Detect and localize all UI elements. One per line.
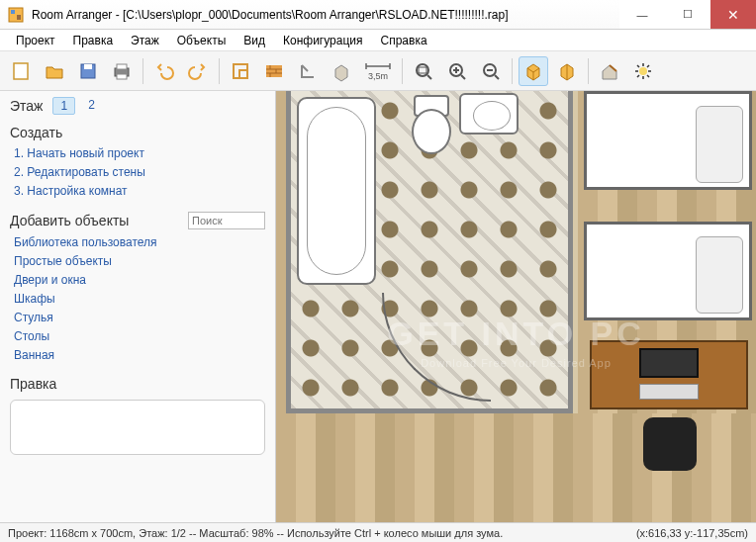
sink-object[interactable]	[459, 93, 519, 135]
add-objects-header: Добавить объекты	[0, 206, 275, 233]
objects-chairs[interactable]: Стулья	[14, 311, 267, 324]
room-button[interactable]	[226, 56, 255, 86]
light-button[interactable]	[628, 56, 658, 86]
window-buttons: — ☐ ✕	[619, 0, 756, 29]
toolbar-separator	[142, 58, 143, 84]
new-button[interactable]	[6, 56, 36, 86]
menu-view[interactable]: Вид	[236, 32, 273, 49]
home-button[interactable]	[595, 56, 624, 86]
floor-tabs: 1 2	[52, 97, 101, 115]
window-title: Room Arranger - [C:\Users\plopr_000\Docu…	[32, 8, 619, 22]
floor-tab-1[interactable]: 1	[52, 97, 75, 115]
open-button[interactable]	[40, 56, 69, 86]
app-icon	[8, 7, 24, 23]
create-new-project[interactable]: Начать новый проект	[14, 146, 267, 160]
zoom-in-button[interactable]	[442, 56, 472, 86]
bed-object[interactable]	[584, 222, 752, 320]
status-info: Проект: 1168cm x 700cm, Этаж: 1/2 -- Мас…	[8, 527, 503, 539]
print-button[interactable]	[107, 56, 137, 86]
box-button[interactable]	[327, 56, 356, 86]
wall-button[interactable]	[259, 56, 289, 86]
toolbar-separator	[219, 58, 220, 84]
save-button[interactable]	[73, 56, 103, 86]
menu-floor[interactable]: Этаж	[123, 32, 167, 49]
chair-object[interactable]	[643, 417, 697, 471]
design-canvas[interactable]: GET INTO PC Download Free Your Desired A…	[276, 91, 756, 522]
toolbar-separator	[588, 58, 589, 84]
toilet-object[interactable]	[410, 95, 449, 150]
svg-rect-10	[239, 70, 247, 78]
edit-panel	[10, 400, 265, 455]
svg-rect-3	[14, 63, 28, 79]
bed-object[interactable]	[584, 91, 752, 190]
floor-tab-2[interactable]: 2	[81, 97, 102, 115]
menu-objects[interactable]: Объекты	[169, 32, 235, 49]
measure-button[interactable]: 3,5m	[360, 56, 396, 86]
objects-list: Библиотека пользователя Простые объекты …	[14, 235, 267, 362]
status-coordinates: (x:616,33 y:-117,35cm)	[636, 527, 748, 539]
svg-rect-13	[419, 67, 426, 73]
objects-user-library[interactable]: Библиотека пользователя	[14, 235, 267, 249]
monitor-object[interactable]	[639, 348, 699, 378]
view-3d-alt-button[interactable]	[552, 56, 582, 86]
zoom-fit-button[interactable]	[409, 56, 438, 86]
view-3d-button[interactable]	[519, 56, 548, 86]
search-input[interactable]	[188, 212, 265, 229]
svg-point-16	[639, 67, 647, 75]
menu-help[interactable]: Справка	[373, 32, 435, 49]
menu-config[interactable]: Конфигурация	[275, 32, 371, 49]
toolbar-separator	[402, 58, 403, 84]
toolbar-separator	[512, 58, 513, 84]
create-list: Начать новый проект Редактировать стены …	[14, 146, 267, 198]
add-objects-label: Добавить объекты	[10, 213, 129, 228]
toolbar: 3,5m	[0, 51, 756, 91]
sidebar: Этаж 1 2 Создать Начать новый проект Ред…	[0, 91, 276, 522]
svg-rect-5	[84, 64, 92, 69]
create-room-setup[interactable]: Настройка комнат	[14, 184, 267, 198]
status-bar: Проект: 1168cm x 700cm, Этаж: 1/2 -- Мас…	[0, 522, 756, 542]
maximize-button[interactable]: ☐	[665, 0, 710, 29]
menu-edit[interactable]: Правка	[65, 32, 122, 49]
svg-rect-2	[17, 15, 21, 20]
bathtub-object[interactable]	[297, 97, 376, 285]
minimize-button[interactable]: —	[619, 0, 665, 29]
scale-button[interactable]	[293, 56, 323, 86]
floor-label: Этаж	[10, 98, 43, 114]
objects-wardrobes[interactable]: Шкафы	[14, 292, 267, 306]
objects-simple[interactable]: Простые объекты	[14, 254, 267, 268]
floor-section: Этаж 1 2	[0, 91, 275, 119]
objects-tables[interactable]: Столы	[14, 329, 267, 343]
watermark: GET INTO PC Download Free Your Desired A…	[387, 314, 645, 368]
edit-label: Правка	[10, 376, 56, 392]
menu-project[interactable]: Проект	[8, 32, 63, 49]
create-edit-walls[interactable]: Редактировать стены	[14, 165, 267, 179]
svg-rect-7	[117, 64, 127, 69]
zoom-out-button[interactable]	[476, 56, 506, 86]
keyboard-object[interactable]	[639, 384, 699, 400]
svg-rect-11	[266, 65, 282, 77]
create-label: Создать	[10, 125, 62, 140]
close-button[interactable]: ✕	[710, 0, 756, 29]
undo-button[interactable]	[149, 56, 179, 86]
create-section-header: Создать	[0, 119, 275, 144]
redo-button[interactable]	[183, 56, 213, 86]
svg-rect-8	[117, 74, 127, 79]
edit-section-header: Правка	[0, 370, 275, 396]
objects-doors-windows[interactable]: Двери и окна	[14, 273, 267, 287]
menu-bar: Проект Правка Этаж Объекты Вид Конфигура…	[0, 30, 756, 51]
title-bar: Room Arranger - [C:\Users\plopr_000\Docu…	[0, 0, 756, 30]
objects-bathroom[interactable]: Ванная	[14, 348, 267, 362]
svg-rect-1	[11, 10, 15, 14]
